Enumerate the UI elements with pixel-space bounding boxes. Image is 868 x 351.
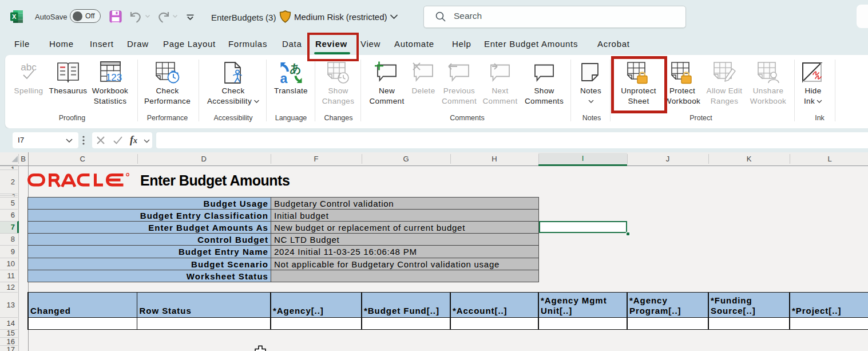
svg-text:abc: abc xyxy=(21,62,37,73)
svg-text:X: X xyxy=(12,13,17,20)
svg-text:a: a xyxy=(280,71,287,84)
svg-text:123: 123 xyxy=(105,72,121,83)
svg-text:あ: あ xyxy=(290,62,301,75)
